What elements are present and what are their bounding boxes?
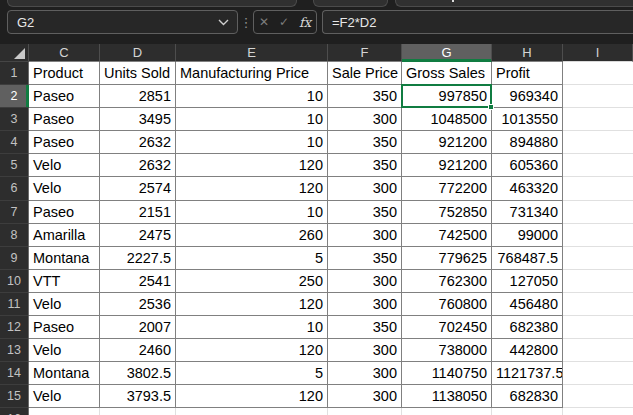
row-header-5[interactable]: 5 bbox=[0, 154, 29, 177]
cell-H1[interactable]: Profit bbox=[492, 62, 563, 85]
cell-F7[interactable]: 350 bbox=[328, 201, 402, 224]
cell-H13[interactable]: 442800 bbox=[492, 339, 563, 362]
cell-C15[interactable]: Velo bbox=[29, 385, 100, 408]
cell-E3[interactable]: 10 bbox=[176, 108, 328, 131]
cell-C9[interactable]: Montana bbox=[29, 247, 100, 270]
cell-H5[interactable]: 605360 bbox=[492, 154, 563, 177]
cell-G4[interactable]: 921200 bbox=[402, 131, 492, 154]
row-header-15[interactable]: 15 bbox=[0, 385, 29, 408]
cell-D8[interactable]: 2475 bbox=[100, 224, 176, 247]
column-header-F[interactable]: F bbox=[328, 44, 402, 62]
cell-I1[interactable] bbox=[563, 62, 633, 85]
cell-D12[interactable]: 2007 bbox=[100, 316, 176, 339]
cell-I9[interactable] bbox=[563, 247, 633, 270]
cancel-icon[interactable]: ✕ bbox=[259, 16, 269, 28]
cell-C8[interactable]: Amarilla bbox=[29, 224, 100, 247]
cell-D6[interactable]: 2574 bbox=[100, 177, 176, 200]
cell-C11[interactable]: Velo bbox=[29, 293, 100, 316]
cell-D15[interactable]: 3793.5 bbox=[100, 385, 176, 408]
cell-E9[interactable]: 5 bbox=[176, 247, 328, 270]
cell-G13[interactable]: 738000 bbox=[402, 339, 492, 362]
cell-D16[interactable] bbox=[100, 408, 176, 415]
cell-E11[interactable]: 120 bbox=[176, 293, 328, 316]
select-all-button[interactable] bbox=[0, 44, 29, 62]
cell-E5[interactable]: 120 bbox=[176, 154, 328, 177]
cell-D4[interactable]: 2632 bbox=[100, 131, 176, 154]
cell-F12[interactable]: 350 bbox=[328, 316, 402, 339]
row-header-11[interactable]: 11 bbox=[0, 293, 29, 316]
cell-C2[interactable]: Paseo bbox=[29, 85, 100, 108]
cell-E10[interactable]: 250 bbox=[176, 270, 328, 293]
cell-G14[interactable]: 1140750 bbox=[402, 362, 492, 385]
formula-bar[interactable]: =F2*D2 bbox=[322, 10, 633, 34]
row-header-9[interactable]: 9 bbox=[0, 247, 29, 270]
cell-E12[interactable]: 10 bbox=[176, 316, 328, 339]
cell-I4[interactable] bbox=[563, 131, 633, 154]
cell-D9[interactable]: 2227.5 bbox=[100, 247, 176, 270]
cell-D14[interactable]: 3802.5 bbox=[100, 362, 176, 385]
cell-H14[interactable]: 1121737.5 bbox=[492, 362, 563, 385]
column-header-G[interactable]: G bbox=[402, 44, 492, 62]
row-header-2[interactable]: 2 bbox=[0, 85, 29, 108]
cell-I12[interactable] bbox=[563, 316, 633, 339]
cell-G10[interactable]: 762300 bbox=[402, 270, 492, 293]
row-header-8[interactable]: 8 bbox=[0, 224, 29, 247]
cell-H9[interactable]: 768487.5 bbox=[492, 247, 563, 270]
cell-G2[interactable]: 997850 bbox=[402, 85, 492, 108]
cell-H7[interactable]: 731340 bbox=[492, 201, 563, 224]
cell-I2[interactable] bbox=[563, 85, 633, 108]
cell-F13[interactable]: 300 bbox=[328, 339, 402, 362]
cell-F4[interactable]: 350 bbox=[328, 131, 402, 154]
cell-F9[interactable]: 350 bbox=[328, 247, 402, 270]
cell-H11[interactable]: 456480 bbox=[492, 293, 563, 316]
cell-G15[interactable]: 1138050 bbox=[402, 385, 492, 408]
cell-G9[interactable]: 779625 bbox=[402, 247, 492, 270]
row-header-1[interactable]: 1 bbox=[0, 62, 29, 85]
cell-I14[interactable] bbox=[563, 362, 633, 385]
cell-G7[interactable]: 752850 bbox=[402, 201, 492, 224]
cell-I15[interactable] bbox=[563, 385, 633, 408]
cell-F2[interactable]: 350 bbox=[328, 85, 402, 108]
cell-F14[interactable]: 300 bbox=[328, 362, 402, 385]
cell-H16[interactable] bbox=[492, 408, 563, 415]
cell-I11[interactable] bbox=[563, 293, 633, 316]
cell-F5[interactable]: 350 bbox=[328, 154, 402, 177]
cell-H8[interactable]: 99000 bbox=[492, 224, 563, 247]
name-box[interactable]: G2 bbox=[7, 10, 238, 34]
cell-I16[interactable] bbox=[563, 408, 633, 415]
cell-G5[interactable]: 921200 bbox=[402, 154, 492, 177]
cell-D3[interactable]: 3495 bbox=[100, 108, 176, 131]
cell-H4[interactable]: 894880 bbox=[492, 131, 563, 154]
cell-E8[interactable]: 260 bbox=[176, 224, 328, 247]
cell-H2[interactable]: 969340 bbox=[492, 85, 563, 108]
cell-D11[interactable]: 2536 bbox=[100, 293, 176, 316]
cell-E7[interactable]: 10 bbox=[176, 201, 328, 224]
cell-F11[interactable]: 300 bbox=[328, 293, 402, 316]
row-header-12[interactable]: 12 bbox=[0, 316, 29, 339]
cell-D1[interactable]: Units Sold bbox=[100, 62, 176, 85]
cell-E2[interactable]: 10 bbox=[176, 85, 328, 108]
cell-H6[interactable]: 463320 bbox=[492, 177, 563, 200]
cell-G11[interactable]: 760800 bbox=[402, 293, 492, 316]
cell-I10[interactable] bbox=[563, 270, 633, 293]
cell-D5[interactable]: 2632 bbox=[100, 154, 176, 177]
row-header-16[interactable]: 16 bbox=[0, 408, 29, 415]
cell-H3[interactable]: 1013550 bbox=[492, 108, 563, 131]
cell-C10[interactable]: VTT bbox=[29, 270, 100, 293]
cell-E6[interactable]: 120 bbox=[176, 177, 328, 200]
cell-G8[interactable]: 742500 bbox=[402, 224, 492, 247]
enter-icon[interactable]: ✓ bbox=[279, 16, 289, 28]
cell-D10[interactable]: 2541 bbox=[100, 270, 176, 293]
cell-H15[interactable]: 682830 bbox=[492, 385, 563, 408]
cell-C4[interactable]: Paseo bbox=[29, 131, 100, 154]
cell-F3[interactable]: 300 bbox=[328, 108, 402, 131]
cell-F10[interactable]: 300 bbox=[328, 270, 402, 293]
cell-F15[interactable]: 300 bbox=[328, 385, 402, 408]
cell-E15[interactable]: 120 bbox=[176, 385, 328, 408]
cell-G12[interactable]: 702450 bbox=[402, 316, 492, 339]
cell-H10[interactable]: 127050 bbox=[492, 270, 563, 293]
cell-E4[interactable]: 10 bbox=[176, 131, 328, 154]
cell-G16[interactable] bbox=[402, 408, 492, 415]
row-header-3[interactable]: 3 bbox=[0, 108, 29, 131]
cell-D7[interactable]: 2151 bbox=[100, 201, 176, 224]
